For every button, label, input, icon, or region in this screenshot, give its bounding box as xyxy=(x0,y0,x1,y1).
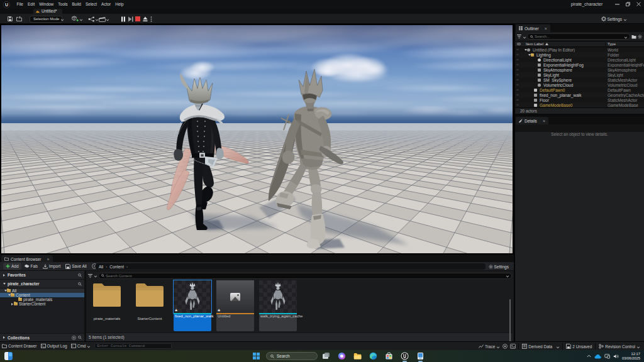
filter-icon[interactable] xyxy=(88,274,92,278)
selection-mode-dropdown[interactable]: Selection Mode xyxy=(30,16,62,23)
outliner-row-volumetriccloud[interactable]: VolumetricCloud VolumetricCloud xyxy=(515,82,644,87)
minimize-button[interactable] xyxy=(612,0,623,9)
new-folder-icon[interactable] xyxy=(631,35,636,39)
eye-icon[interactable] xyxy=(516,59,519,61)
outliner-row-directionallight[interactable]: DirectionalLight DirectionalLight xyxy=(515,57,644,62)
eye-icon[interactable] xyxy=(516,49,519,51)
eye-icon[interactable] xyxy=(516,99,519,101)
taskbar-search[interactable]: Search xyxy=(266,352,318,360)
eye-icon[interactable] xyxy=(516,104,519,106)
add-actor-button[interactable] xyxy=(72,15,82,23)
level-viewport[interactable] xyxy=(0,24,514,255)
close-icon[interactable]: × xyxy=(47,257,49,261)
menu-build[interactable]: Build xyxy=(70,0,83,9)
expander-arrow-icon[interactable] xyxy=(535,79,538,82)
outliner-settings-gear-icon[interactable] xyxy=(638,35,642,39)
outliner-row-exponentialheightfog[interactable]: ExponentialHeightFog ExponentialHeightFo… xyxy=(515,62,644,67)
edge-icon[interactable] xyxy=(369,352,377,360)
expander-arrow-icon[interactable] xyxy=(531,99,534,102)
expander-arrow-icon[interactable] xyxy=(3,273,6,277)
restore-button[interactable] xyxy=(623,0,633,9)
expander-arrow-icon[interactable] xyxy=(535,58,538,62)
column-item-label[interactable]: Item Label xyxy=(526,42,543,46)
outliner-row-sm-skysphere[interactable]: SM_SkySphere StaticMeshActor xyxy=(515,77,644,82)
tile-walk-trying-again-cache[interactable]: ★ walk_trying_again_cache xyxy=(259,280,297,331)
breadcrumb-all[interactable]: All xyxy=(99,265,103,269)
expander-arrow-icon[interactable] xyxy=(535,63,538,67)
tab-outliner[interactable]: Outliner × xyxy=(516,25,550,32)
expander-arrow-icon[interactable] xyxy=(524,48,527,52)
tree-item-pirate-materials[interactable]: pirate_materials xyxy=(0,297,84,302)
expander-arrow-icon[interactable] xyxy=(535,74,538,77)
menu-file[interactable]: File xyxy=(14,0,25,9)
close-icon[interactable]: × xyxy=(545,26,547,31)
expander-arrow-icon[interactable] xyxy=(535,69,538,72)
tree-item-startercontent[interactable]: StarterContent xyxy=(0,302,84,306)
tree-item-content[interactable]: Content xyxy=(0,293,84,297)
collections-section[interactable]: Collections xyxy=(0,333,84,341)
project-section[interactable]: pirate_character xyxy=(0,280,84,288)
store-icon[interactable] xyxy=(385,352,393,360)
outliner-column-headers[interactable]: Item Label Type xyxy=(515,41,644,47)
eye-icon[interactable] xyxy=(516,74,519,76)
speaker-icon[interactable] xyxy=(613,354,619,359)
derived-data-button[interactable]: Derived Data xyxy=(520,342,561,351)
expander-arrow-icon[interactable] xyxy=(535,84,538,87)
screenshot-button[interactable] xyxy=(509,342,517,351)
tab-details[interactable]: Details × xyxy=(516,117,548,124)
tab-untitled-level[interactable]: Untitled* xyxy=(33,9,62,14)
outliner-row-skyatmosphere[interactable]: SkyAtmosphere SkyAtmosphere xyxy=(515,67,644,72)
revision-control-button[interactable]: Revision Control xyxy=(597,342,641,351)
save-button[interactable] xyxy=(8,15,13,23)
menu-window[interactable]: Window xyxy=(37,0,56,9)
search-icon[interactable] xyxy=(78,273,82,277)
expander-arrow-icon[interactable] xyxy=(528,53,531,57)
outliner-row-floor[interactable]: Floor StaticMeshActor xyxy=(515,97,644,102)
expander-arrow-icon[interactable] xyxy=(531,104,534,107)
network-icon[interactable] xyxy=(604,354,610,359)
import-button[interactable]: Import xyxy=(40,263,63,270)
cmd-dropdown[interactable]: Cmd xyxy=(69,342,92,351)
unreal-logo-icon[interactable]: U xyxy=(3,1,10,8)
frame-skip-button[interactable] xyxy=(128,15,133,23)
favorites-section[interactable]: Favorites xyxy=(0,271,84,280)
eye-icon[interactable] xyxy=(516,94,519,96)
expander-arrow-icon[interactable] xyxy=(531,94,534,97)
eye-icon[interactable] xyxy=(516,69,519,71)
search-icon[interactable] xyxy=(78,282,82,286)
outliner-row-fixed-non-planar-walk[interactable]: fixed_non_planar_walk GeometryCacheActor xyxy=(515,92,644,97)
cinematics-button[interactable] xyxy=(99,15,109,23)
outliner-row-gamemodebase0[interactable]: GameModeBase0 GameModeBase xyxy=(515,102,644,107)
file-explorer-icon[interactable] xyxy=(353,352,362,360)
output-log-button[interactable]: Output Log xyxy=(39,342,69,351)
menu-edit[interactable]: Edit xyxy=(25,0,36,9)
breadcrumb-content[interactable]: Content xyxy=(109,265,124,269)
tile-untitled[interactable]: ★ Untitled xyxy=(216,280,254,331)
insights-button[interactable] xyxy=(501,342,509,351)
content-browser-settings-button[interactable]: Settings xyxy=(489,263,509,270)
eye-icon[interactable] xyxy=(516,54,519,56)
tray-expand-chevron-icon[interactable] xyxy=(587,354,591,358)
unsaved-button[interactable]: 2 Unsaved xyxy=(564,342,594,351)
eye-icon[interactable] xyxy=(516,64,519,66)
tile-pirate-materials[interactable]: ★ pirate_materials xyxy=(88,280,126,331)
close-icon[interactable]: × xyxy=(543,119,545,123)
task-view-icon[interactable] xyxy=(322,352,330,360)
stop-button[interactable] xyxy=(135,15,140,23)
save-all-button[interactable]: Save All xyxy=(63,263,89,270)
add-collection-icon[interactable] xyxy=(72,336,76,340)
viewport-settings-button[interactable]: Settings xyxy=(601,15,627,23)
browse-content-button[interactable] xyxy=(16,15,22,23)
tile-startercontent[interactable]: ★ StarterContent xyxy=(131,280,169,331)
search-icon[interactable] xyxy=(78,336,82,339)
taskbar-clock[interactable]: 12:17 03/06/2025 xyxy=(622,352,640,360)
widgets-icon[interactable] xyxy=(4,352,13,360)
column-type[interactable]: Type xyxy=(608,42,616,46)
eye-icon[interactable] xyxy=(516,84,519,86)
console-command-input[interactable]: Enter Console Command xyxy=(94,343,172,349)
eye-icon[interactable] xyxy=(516,89,519,91)
tile-fixed-non-planar-walk[interactable]: ★ fixed_non_planar_walk xyxy=(174,280,211,331)
outliner-row-skylight[interactable]: SkyLight SkyLight xyxy=(515,72,644,77)
blueprints-button[interactable] xyxy=(88,15,98,23)
trace-button[interactable]: Trace xyxy=(477,342,501,351)
